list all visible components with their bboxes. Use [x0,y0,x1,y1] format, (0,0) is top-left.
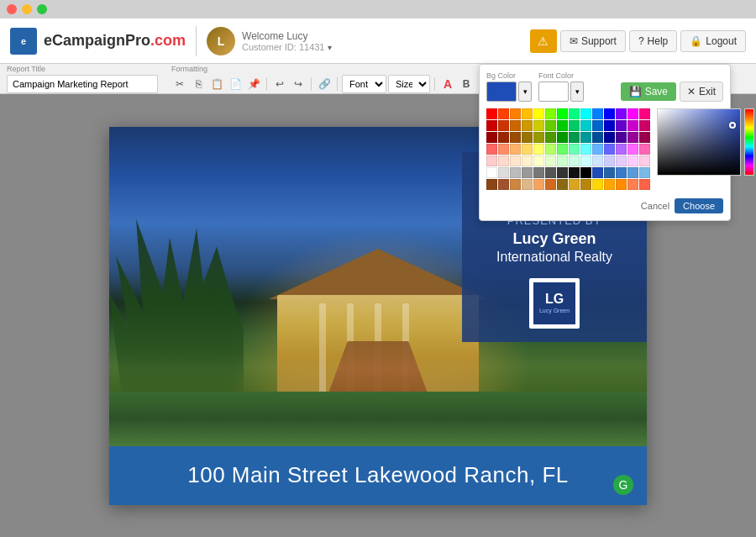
logout-button[interactable]: 🔒 Logout [680,30,746,52]
maximize-button[interactable] [37,4,47,14]
color-cell-0-11[interactable] [616,108,627,119]
color-cell-6-4[interactable] [533,179,544,190]
color-cell-3-10[interactable] [604,144,615,155]
color-cell-4-5[interactable] [545,155,556,166]
close-button[interactable] [7,4,17,14]
color-cell-5-7[interactable] [569,167,580,178]
exit-button[interactable]: ✕ Exit [680,82,723,102]
color-cell-1-4[interactable] [533,120,544,131]
color-cell-6-7[interactable] [569,179,580,190]
color-cell-1-8[interactable] [580,120,591,131]
color-cell-5-3[interactable] [522,167,533,178]
color-cell-1-5[interactable] [545,120,556,131]
color-cell-0-1[interactable] [498,108,509,119]
color-cell-0-8[interactable] [580,108,591,119]
color-cell-3-12[interactable] [627,144,638,155]
color-cell-2-9[interactable] [592,132,603,143]
color-cell-1-13[interactable] [639,120,650,131]
color-cell-0-6[interactable] [557,108,568,119]
color-cell-5-1[interactable] [498,167,509,178]
color-cell-3-8[interactable] [580,144,591,155]
font-color-a-icon[interactable]: A [439,76,456,92]
clipboard-icon[interactable]: 📌 [245,76,262,92]
cancel-button[interactable]: Cancel [641,198,669,213]
color-cell-2-13[interactable] [639,132,650,143]
color-cell-0-10[interactable] [604,108,615,119]
hue-slider[interactable] [744,108,754,176]
color-cell-6-6[interactable] [557,179,568,190]
color-cell-5-9[interactable] [592,167,603,178]
color-cell-2-8[interactable] [580,132,591,143]
color-gradient[interactable] [657,108,741,176]
color-cell-6-13[interactable] [639,179,650,190]
color-cell-1-2[interactable] [510,120,521,131]
choose-button[interactable]: Choose [675,198,723,213]
color-cell-2-1[interactable] [498,132,509,143]
color-cell-3-11[interactable] [616,144,627,155]
color-cell-3-5[interactable] [545,144,556,155]
link-icon[interactable]: 🔗 [316,76,333,92]
font-select[interactable]: Font [342,75,386,93]
bg-color-swatch[interactable] [486,82,517,102]
color-cell-4-10[interactable] [604,155,615,166]
bg-color-dropdown[interactable]: ▾ [518,82,532,102]
color-cell-6-0[interactable] [486,179,497,190]
color-cell-3-3[interactable] [522,144,533,155]
cut-icon[interactable]: ✂ [171,76,188,92]
size-select[interactable]: Size [388,75,430,93]
color-cell-1-3[interactable] [522,120,533,131]
color-cell-0-3[interactable] [522,108,533,119]
copy-icon[interactable]: ⎘ [190,76,207,92]
color-cell-6-11[interactable] [616,179,627,190]
color-cell-3-4[interactable] [533,144,544,155]
color-cell-6-10[interactable] [604,179,615,190]
color-cell-1-10[interactable] [604,120,615,131]
color-cell-4-8[interactable] [580,155,591,166]
color-cell-5-10[interactable] [604,167,615,178]
color-cell-1-12[interactable] [627,120,638,131]
color-cell-4-2[interactable] [510,155,521,166]
color-cell-3-7[interactable] [569,144,580,155]
color-cell-5-8[interactable] [580,167,591,178]
color-cell-1-1[interactable] [498,120,509,131]
color-cell-0-12[interactable] [627,108,638,119]
support-button[interactable]: ✉ Support [560,30,626,52]
color-cell-4-12[interactable] [627,155,638,166]
color-cell-4-6[interactable] [557,155,568,166]
color-cell-5-11[interactable] [616,167,627,178]
color-cell-0-7[interactable] [569,108,580,119]
save-button[interactable]: 💾 Save [621,82,676,101]
color-cell-6-9[interactable] [592,179,603,190]
color-cell-4-3[interactable] [522,155,533,166]
color-cell-6-2[interactable] [510,179,521,190]
redo-icon[interactable]: ↪ [290,76,307,92]
color-cell-5-2[interactable] [510,167,521,178]
color-cell-2-5[interactable] [545,132,556,143]
color-cell-1-11[interactable] [616,120,627,131]
color-cell-2-11[interactable] [616,132,627,143]
color-cell-5-0[interactable] [486,167,497,178]
color-cell-1-0[interactable] [486,120,497,131]
color-cell-3-9[interactable] [592,144,603,155]
color-cell-6-1[interactable] [498,179,509,190]
color-cell-3-1[interactable] [498,144,509,155]
color-cell-4-4[interactable] [533,155,544,166]
help-button[interactable]: ? Help [629,30,677,52]
color-cell-5-12[interactable] [627,167,638,178]
gradient-cursor[interactable] [729,122,736,129]
color-cell-2-0[interactable] [486,132,497,143]
color-cell-4-0[interactable] [486,155,497,166]
color-cell-4-13[interactable] [639,155,650,166]
color-cell-4-9[interactable] [592,155,603,166]
color-cell-4-11[interactable] [616,155,627,166]
bold-icon[interactable]: B [458,76,475,92]
color-cell-2-10[interactable] [604,132,615,143]
color-cell-4-1[interactable] [498,155,509,166]
report-title-input[interactable] [7,75,158,93]
color-cell-6-3[interactable] [522,179,533,190]
color-cell-0-13[interactable] [639,108,650,119]
font-color-dropdown[interactable]: ▾ [570,82,584,102]
color-cell-2-7[interactable] [569,132,580,143]
color-cell-6-12[interactable] [627,179,638,190]
alert-button[interactable]: ⚠ [530,29,557,53]
